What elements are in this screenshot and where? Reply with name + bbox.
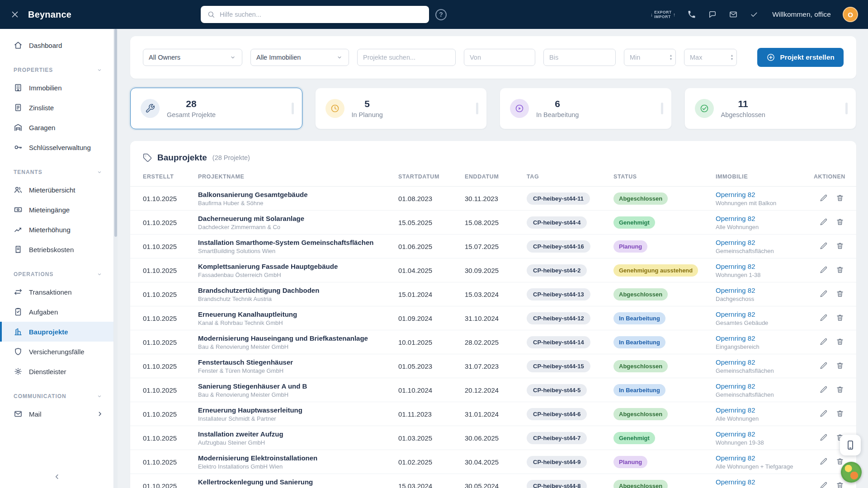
edit-button[interactable] (818, 408, 829, 420)
sidebar-item-schl-sselverwaltung[interactable]: Schlüsselverwaltung (0, 137, 113, 157)
owner-filter-select[interactable]: All Owners (143, 49, 242, 66)
sidebar-item-transaktionen[interactable]: Transaktionen (0, 282, 113, 302)
sidebar-item-versicherungsf-lle[interactable]: Versicherungsfälle (0, 342, 113, 361)
delete-button[interactable] (835, 408, 845, 420)
property-link[interactable]: Opernring 82 (716, 430, 755, 438)
delete-button[interactable] (835, 480, 845, 488)
property-unit: Gemeinschaftsflächen (716, 367, 804, 374)
delete-button[interactable] (835, 288, 845, 300)
created-date: 01.10.2025 (130, 450, 198, 474)
project-search-input[interactable] (357, 49, 456, 66)
project-company: Baufirma Huber & Söhne (198, 200, 394, 206)
project-tag: CP-heibey-st44-16 (527, 240, 590, 253)
project-name: Erneuerung Hauptwasserleitung (198, 406, 394, 414)
sidebar-item-dashboard[interactable]: Dashboard (0, 35, 113, 55)
sidebar-section-communication[interactable]: COMMUNICATION (0, 389, 113, 404)
stat-card-gesamt-projekte[interactable]: 28 Gesamt Projekte (130, 88, 302, 129)
sidebar-item-mieteing-nge[interactable]: Mieteingänge (0, 200, 113, 220)
menu-close-button[interactable] (10, 9, 20, 19)
phone-icon[interactable] (687, 10, 696, 19)
project-name: Dacherneuerung mit Solaranlage (198, 215, 394, 222)
check-icon[interactable] (750, 10, 759, 19)
sidebar-item-dienstleister[interactable]: Dienstleister (0, 361, 113, 381)
sidebar-item-mieterh-hung[interactable]: Mieterhöhung (0, 220, 113, 239)
sidebar-section-operations[interactable]: OPERATIONS (0, 267, 113, 282)
sidebar-collapse-button[interactable] (52, 472, 62, 482)
edit-button[interactable] (818, 384, 829, 396)
edit-button[interactable] (818, 480, 829, 488)
stat-card-abgeschlossen[interactable]: 11 Abgeschlossen (684, 88, 857, 129)
property-link[interactable]: Opernring 82 (716, 215, 755, 222)
edit-button[interactable] (818, 288, 829, 300)
mail-icon[interactable] (729, 10, 738, 19)
project-tag: CP-heibey-st44-4 (527, 216, 587, 229)
date-from-input[interactable] (464, 49, 535, 66)
stepper-arrows-icon[interactable]: ▴▾ (670, 54, 672, 61)
edit-button[interactable] (818, 336, 829, 348)
sidebar-item-bauprojekte[interactable]: Bauprojekte (0, 322, 113, 342)
sidebar-item-mail[interactable]: Mail (0, 404, 113, 424)
project-company: Fenster & Türen Montage GmbH (198, 367, 394, 374)
property-link[interactable]: Opernring 82 (716, 239, 755, 246)
delete-button[interactable] (835, 336, 845, 348)
edit-button[interactable] (818, 216, 829, 229)
edit-button[interactable] (818, 456, 829, 468)
avatar[interactable]: O (843, 7, 858, 22)
project-company: SmartBuilding Solutions Wien (198, 248, 394, 254)
create-project-button[interactable]: Projekt erstellen (757, 48, 844, 67)
sidebar-section-properties[interactable]: PROPERTIES (0, 62, 113, 78)
project-name: Komplettsanierung Fassade Hauptgebäude (198, 263, 394, 270)
mobile-app-button[interactable] (840, 435, 861, 455)
property-link[interactable]: Opernring 82 (716, 310, 755, 318)
sidebar-item-label: Aufgaben (29, 308, 58, 316)
max-input[interactable] (690, 54, 729, 61)
sidebar-item-aufgaben[interactable]: Aufgaben (0, 302, 113, 322)
min-input[interactable] (630, 54, 668, 61)
property-link[interactable]: Opernring 82 (716, 263, 755, 270)
sidebar-scrollbar[interactable] (114, 29, 118, 488)
edit-button[interactable] (818, 192, 829, 205)
sidebar-item-zinsliste[interactable]: Zinsliste (0, 98, 113, 117)
property-link[interactable]: Opernring 82 (716, 478, 755, 486)
min-stepper: ▴▾ (624, 49, 676, 66)
help-search-input[interactable] (220, 11, 423, 18)
scrollbar-thumb[interactable] (114, 29, 117, 237)
delete-button[interactable] (835, 240, 845, 253)
edit-button[interactable] (818, 240, 829, 253)
edit-button[interactable] (818, 264, 829, 277)
sidebar-item-mieter-bersicht[interactable]: Mieterübersicht (0, 180, 113, 200)
property-link[interactable]: Opernring 82 (716, 406, 755, 414)
edit-button[interactable] (818, 432, 829, 444)
table-header-row: ERSTELLTPROJEKTNAMESTARTDATUMENDDATUMTAG… (130, 170, 856, 187)
chat-widget-logo[interactable] (841, 462, 862, 483)
edit-button[interactable] (818, 360, 829, 372)
property-link[interactable]: Opernring 82 (716, 358, 755, 366)
sidebar-item-immobilien[interactable]: Immobilien (0, 78, 113, 98)
delete-button[interactable] (835, 384, 845, 396)
property-link[interactable]: Opernring 82 (716, 454, 755, 462)
date-to-input[interactable] (543, 49, 616, 66)
chat-icon[interactable] (708, 10, 717, 19)
delete-button[interactable] (835, 264, 845, 277)
property-link[interactable]: Opernring 82 (716, 382, 755, 390)
end-date: 30.05.2024 (465, 474, 527, 488)
sidebar-section-tenants[interactable]: TENANTS (0, 164, 113, 180)
export-import-button[interactable]: ↓ EXPORT IMPORT ↑ (651, 10, 676, 19)
stat-card-in-bearbeitung[interactable]: 6 In Bearbeitung (500, 88, 672, 129)
property-filter-select[interactable]: Alle Immobilien (250, 49, 349, 66)
delete-button[interactable] (835, 312, 845, 324)
property-link[interactable]: Opernring 82 (716, 191, 755, 198)
help-icon[interactable]: ? (435, 9, 447, 20)
sidebar-item-garagen[interactable]: Garagen (0, 117, 113, 137)
project-company: Aufzugbau Steiner GmbH (198, 439, 394, 446)
delete-button[interactable] (835, 192, 845, 205)
sidebar-item-betriebskosten[interactable]: Betriebskosten (0, 239, 113, 259)
stat-card-in-planung[interactable]: 5 In Planung (315, 88, 487, 129)
property-link[interactable]: Opernring 82 (716, 334, 755, 342)
property-link[interactable]: Opernring 82 (716, 286, 755, 294)
edit-button[interactable] (818, 312, 829, 324)
stepper-arrows-icon[interactable]: ▴▾ (731, 54, 733, 61)
delete-button[interactable] (835, 216, 845, 229)
delete-button[interactable] (835, 360, 845, 372)
status-badge: Abgeschlossen (613, 480, 668, 488)
